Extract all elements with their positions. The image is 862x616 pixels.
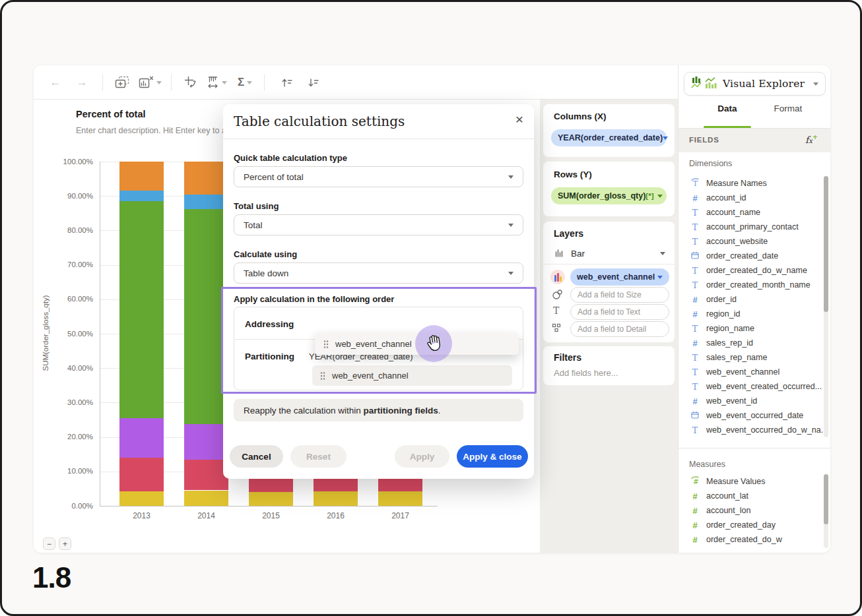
text-well-icon: T [553,305,559,316]
text-field-input[interactable]: Add a field to Text [570,304,669,320]
measure-order_created_do_w[interactable]: #order_created_do_w [679,532,824,547]
dimension-region_id[interactable]: #region_id [679,307,824,321]
y-tick-label: 60.00% [52,295,93,303]
dimension-web_event_id[interactable]: #web_event_id [679,394,824,408]
bar-segment-segment-blue-2014[interactable] [184,195,228,209]
filters-placeholder[interactable]: Add fields here... [554,368,618,378]
bar-segment-segment-yellow-2016[interactable] [314,491,358,506]
swap-axes-icon[interactable] [182,72,199,93]
layers-divider [543,264,675,264]
y-tick-label: 40.00% [52,364,93,372]
calculate-using-select[interactable]: Table down [234,262,523,284]
screen-frame: ← → [0,0,862,616]
mark-type-caret-icon[interactable] [660,252,665,255]
dimension-order_id[interactable]: #order_id [679,292,824,307]
total-using-select[interactable]: Total [234,214,523,235]
measures-scrollbar-thumb[interactable] [824,474,828,524]
color-pill[interactable]: web_event_channel [570,268,669,286]
cancel-button[interactable]: Cancel [230,445,283,468]
bar-segment-segment-blue-2013[interactable] [119,191,164,201]
measure-account_lon[interactable]: #account_lon [679,503,824,518]
zoom-in-button[interactable]: + [59,538,71,550]
dimension-account_name[interactable]: Taccount_name [679,205,824,220]
dragged-field-label: web_event_channel [335,339,412,349]
bar-segment-segment-purple-2013[interactable] [119,418,164,458]
detail-field-input[interactable]: Add a field to Detail [570,321,669,337]
columns-pill-caret-icon[interactable] [663,137,668,140]
dimension-order_created_date[interactable]: order_created_date [679,249,824,263]
sort-descending-icon[interactable] [304,72,321,93]
dimension-account_primary_contact[interactable]: Taccount_primary_contact [679,220,824,234]
close-icon[interactable]: × [515,112,523,126]
create-calculation-icon[interactable]: fx+ [805,133,818,145]
bar-segment-segment-red-2014[interactable] [184,460,228,491]
layers-shelf: Layers Bar web_event_channel [543,222,675,342]
measure-measurevalues[interactable]: #Measure Values [679,474,824,489]
apply-close-button[interactable]: Apply & close [457,445,528,468]
detail-well-icon [552,323,561,335]
total-using-value: Total [244,220,263,230]
dimension-account_id[interactable]: #account_id [679,191,824,205]
bar-segment-segment-yellow-2015[interactable] [249,492,293,506]
size-field-input[interactable]: Add a field to Size [570,287,669,303]
quick-calc-select[interactable]: Percent of total [234,166,523,187]
bar-segment-segment-green-2014[interactable] [184,209,228,424]
dimension-order_created_do_w_name[interactable]: Torder_created_do_w_name [679,263,824,278]
add-chart-icon[interactable] [114,72,131,93]
calculate-using-value: Table down [244,268,288,278]
bar-segment-segment-purple-2014[interactable] [184,424,228,459]
dimension-sales_rep_id[interactable]: #sales_rep_id [679,336,824,350]
dimension-order_created_month_name[interactable]: Torder_created_month_name [679,278,824,292]
aggregate-sigma-icon[interactable]: Σ [236,72,253,93]
reset-button[interactable]: Reset [290,445,347,468]
drag-handle-icon[interactable] [323,340,329,349]
color-well-icon[interactable] [550,270,565,284]
table-calc-badge: [*] [646,192,653,200]
dimension-measurenames[interactable]: TMeasure Names [679,176,824,191]
redo-forward-icon[interactable]: → [73,72,90,93]
y-axis-line [100,162,100,506]
bar-width-icon[interactable] [207,72,227,93]
columns-pill[interactable]: YEAR(order_created_date) [551,129,667,146]
bar-segment-segment-yellow-2014[interactable] [184,491,228,506]
x-tick-label: 2014 [183,511,230,520]
dimension-web_event_occurred_do_w_na[interactable]: Tweb_event_occurred_do_w_na... [679,423,824,437]
svg-text:T: T [693,179,698,187]
bar-segment-segment-yellow-2013[interactable] [119,491,164,506]
measure-order_created_day[interactable]: #order_created_day [679,518,824,532]
bar-segment-segment-green-2013[interactable] [119,201,164,418]
toolbar: ← → [34,65,678,100]
bar-segment-segment-orange-2013[interactable] [119,162,164,191]
chart-title[interactable]: Percent of total [76,109,146,119]
drag-handle-icon[interactable] [320,371,325,381]
quick-calc-label: Quick table calculation type [234,153,347,163]
zoom-out-button[interactable]: − [43,538,55,550]
measure-account_lat[interactable]: #account_lat [679,489,824,503]
dimension-account_website[interactable]: Taccount_website [679,234,824,249]
sort-ascending-icon[interactable] [278,72,295,93]
tab-data[interactable]: Data [705,104,750,113]
undo-back-icon[interactable]: ← [47,72,64,93]
tab-format[interactable]: Format [767,104,809,113]
remove-chart-icon[interactable] [139,72,162,93]
order-section-label: Apply calculation in the following order [234,294,394,304]
color-pill-caret-icon[interactable] [657,276,663,279]
bar-segment-segment-yellow-2017[interactable] [378,491,422,506]
dimension-web_event_created_occurred[interactable]: Tweb_event_created_occurred... [679,379,824,394]
dragged-field-item[interactable]: web_event_channel [315,333,519,355]
dimension-region_name[interactable]: Tregion_name [679,321,824,336]
rows-pill-caret-icon[interactable] [657,195,663,198]
dimension-sales_rep_name[interactable]: Tsales_rep_name [679,350,824,365]
mark-type-value[interactable]: Bar [571,249,585,259]
x-tick-label: 2013 [119,511,165,520]
visual-explorer-selector[interactable]: Visual Explorer [684,72,826,96]
partitioning-field-item[interactable]: web_event_channel [312,365,512,386]
apply-button[interactable]: Apply [395,445,449,468]
bar-segment-segment-orange-2014[interactable] [184,162,228,195]
dimensions-scrollbar-thumb[interactable] [824,176,828,312]
dimension-web_event_channel[interactable]: Tweb_event_channel [679,365,824,379]
total-using-caret-icon [508,224,514,227]
rows-pill[interactable]: SUM(order_gloss_qty) [*] [551,187,667,204]
dimension-web_event_occurred_date[interactable]: web_event_occurred_date [679,408,824,423]
bar-segment-segment-red-2013[interactable] [119,458,164,491]
